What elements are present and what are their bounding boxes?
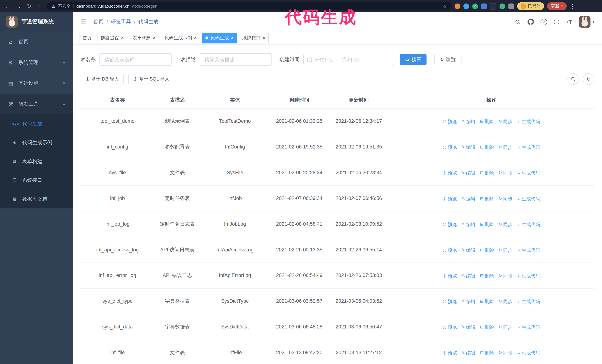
sidebar-item-2[interactable]: ▤基础设施∨ [0,73,73,94]
breadcrumb-item-2[interactable]: 代码生成 [138,18,158,25]
puzzle-extension-icon[interactable] [508,3,514,9]
sidebar-subitem-4[interactable]: ▩数据库文档 [0,190,73,208]
sidebar-item-3[interactable]: ⚒研发工具∧ [0,94,73,114]
sync-link[interactable]: ↻同步 [498,246,512,254]
close-icon[interactable]: × [263,36,265,40]
download-link[interactable]: ↓生成代码 [517,323,540,331]
sync-link[interactable]: ↻同步 [498,195,512,203]
download-link[interactable]: ↓生成代码 [517,221,540,229]
breadcrumb-item-1[interactable]: 研发工具 [111,18,131,25]
preview-link[interactable]: ◎预览 [443,221,457,229]
user-avatar[interactable]: ▾ [579,16,594,28]
bookmark-star-icon[interactable]: ☆ [442,3,447,9]
sync-link[interactable]: ↻同步 [498,221,512,229]
import-sql-button[interactable]: ↥ 基于 SQL 导入 [128,74,174,84]
delete-link[interactable]: ⊟删除 [480,272,494,280]
delete-link[interactable]: ⊟删除 [480,144,494,151]
extension-icon-4[interactable] [481,3,487,9]
edit-link[interactable]: ✎编辑 [462,349,475,357]
edit-link[interactable]: ✎编辑 [462,298,475,305]
edit-link[interactable]: ✎编辑 [462,221,475,229]
delete-link[interactable]: ⊟删除 [480,349,494,357]
date-start-placeholder[interactable]: 开始日期 [315,56,333,63]
preview-link[interactable]: ◎预览 [443,323,457,331]
tab-1[interactable]: 链路追踪× [97,32,127,43]
forward-icon[interactable]: → [15,3,22,9]
preview-link[interactable]: ◎预览 [443,118,457,125]
close-icon[interactable]: × [121,36,124,40]
search-icon[interactable] [515,19,520,25]
address-bar[interactable]: ⚠ 不安全 dashboard.yudao.iocoder.cn/tool/co… [47,2,452,10]
tab-5[interactable]: 系统接口× [239,32,269,43]
download-link[interactable]: ↓生成代码 [517,195,540,203]
edit-link[interactable]: ✎编辑 [462,144,475,151]
delete-link[interactable]: ⊟删除 [480,195,494,203]
refresh-button[interactable]: ↻ [583,73,594,85]
tab-4[interactable]: 代码生成× [202,32,237,43]
font-size-icon[interactable]: TT [566,19,572,25]
sidebar-subitem-0[interactable]: </>代码生成 [0,114,73,133]
delete-link[interactable]: ⊟删除 [480,221,494,229]
preview-link[interactable]: ◎预览 [443,195,457,203]
breadcrumb-item-0[interactable]: 首页 [93,18,103,25]
sync-link[interactable]: ↻同步 [498,169,512,177]
edit-link[interactable]: ✎编辑 [462,272,475,280]
sync-link[interactable]: ↻同步 [498,272,512,280]
back-icon[interactable]: ← [4,3,11,9]
preview-link[interactable]: ◎预览 [443,246,457,254]
download-link[interactable]: ↓生成代码 [517,298,540,305]
edit-link[interactable]: ✎编辑 [462,246,475,254]
date-range-picker[interactable]: 开始日期 - 结束日期 [303,54,393,65]
delete-link[interactable]: ⊟删除 [480,298,494,305]
delete-link[interactable]: ⊟删除 [480,323,494,331]
sync-link[interactable]: ↻同步 [498,144,512,151]
download-link[interactable]: ↓生成代码 [517,272,540,280]
sidebar-item-0[interactable]: ⌂首页 [0,31,73,52]
preview-link[interactable]: ◎预览 [443,349,457,357]
tab-0[interactable]: 首页 [79,32,95,43]
import-db-button[interactable]: ↥ 基于 DB 导入 [81,74,124,84]
download-link[interactable]: ↓生成代码 [517,169,540,177]
download-link[interactable]: ↓生成代码 [517,349,540,357]
reload-icon[interactable]: ↻ [25,3,33,9]
sync-link[interactable]: ↻同步 [498,349,512,357]
sidebar-subitem-2[interactable]: ▦表单构建 [0,152,73,171]
delete-link[interactable]: ⊟删除 [480,246,494,254]
edit-link[interactable]: ✎编辑 [462,118,475,125]
sync-link[interactable]: ↻同步 [498,323,512,331]
paused-badge[interactable]: 已暂停 [517,2,544,10]
download-link[interactable]: ↓生成代码 [517,246,540,254]
hamburger-icon[interactable]: ☰ [81,18,86,26]
reset-button[interactable]: ↻ 重置 [434,54,462,65]
table-desc-input[interactable] [200,53,272,65]
tab-3[interactable]: 代码生成示例× [161,32,200,43]
search-button[interactable]: 搜索 [400,54,427,65]
browser-home-icon[interactable]: ⌂ [36,3,44,9]
toggle-search-button[interactable] [567,73,579,85]
preview-link[interactable]: ◎预览 [443,272,457,280]
preview-link[interactable]: ◎预览 [443,144,457,151]
tab-2[interactable]: 表单构建× [129,32,159,43]
edit-link[interactable]: ✎编辑 [462,323,475,331]
extension-icon-6[interactable] [500,3,505,9]
sidebar-subitem-3[interactable]: ☰系统接口 [0,171,73,190]
help-icon[interactable]: ? [540,19,547,25]
date-end-placeholder[interactable]: 结束日期 [341,56,360,63]
delete-link[interactable]: ⊟删除 [480,169,494,177]
fullscreen-icon[interactable] [554,19,559,25]
download-link[interactable]: ↓生成代码 [517,144,540,151]
edit-link[interactable]: ✎编辑 [462,195,475,203]
sync-link[interactable]: ↻同步 [498,298,512,305]
close-icon[interactable]: × [194,36,197,40]
delete-link[interactable]: ⊟删除 [480,118,494,125]
preview-link[interactable]: ◎预览 [443,298,457,305]
close-icon[interactable]: × [153,36,156,40]
sidebar-item-1[interactable]: ⚙系统管理∨ [0,52,73,73]
download-link[interactable]: ↓生成代码 [517,118,540,125]
extension-icon-2[interactable] [463,3,469,9]
preview-link[interactable]: ◎预览 [443,169,457,177]
update-button[interactable]: 更新 ▾ [547,2,567,10]
edit-link[interactable]: ✎编辑 [462,169,475,177]
sync-link[interactable]: ↻同步 [498,118,512,125]
extension-icon-3[interactable]: ✓ [472,3,478,9]
